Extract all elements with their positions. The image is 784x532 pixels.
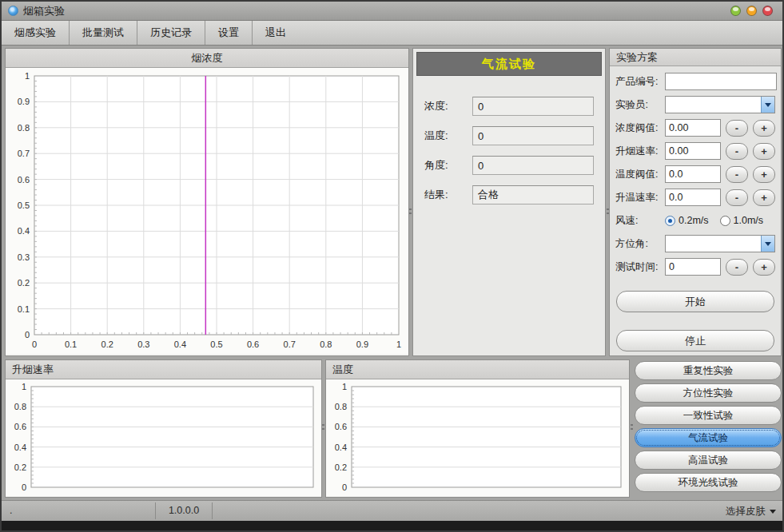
svg-text:0.5: 0.5 [210,339,222,349]
skin-selector[interactable]: 选择皮肤 [726,505,776,518]
concentration-threshold-minus-button[interactable]: - [726,120,748,137]
tester-combobox[interactable] [665,96,775,113]
angle-value: 0 [472,156,594,175]
stop-button[interactable]: 停止 [616,330,774,351]
temperature-rise-rate-input[interactable] [665,189,721,206]
smoke-rise-rate-input[interactable] [665,142,721,160]
svg-text:0: 0 [32,339,37,349]
smoke-concentration-chart-title: 烟浓度 [6,49,408,68]
menu-item-smoke-sense[interactable]: 烟感实验 [2,21,69,45]
concentration-threshold-row: 浓度阀值: - + [615,119,775,137]
app-window: 烟箱实验 烟感实验 批量测试 历史记录 设置 退出 烟浓度 00.10.20.3… [0,0,784,532]
svg-text:0: 0 [25,330,30,339]
svg-text:0.9: 0.9 [18,97,30,106]
svg-text:0.4: 0.4 [335,443,347,452]
test-button-ambient-light[interactable]: 环境光线试验 [635,473,782,492]
test-button-consistency[interactable]: 一致性试验 [635,406,782,425]
concentration-threshold-plus-button[interactable]: + [753,120,775,137]
temperature-rise-rate-label: 升温速率: [615,191,665,204]
svg-text:0.6: 0.6 [18,175,30,185]
svg-text:0.8: 0.8 [335,402,347,411]
temperature-chart-title: 温度 [326,360,629,379]
product-number-input[interactable] [665,73,777,90]
menu-item-history[interactable]: 历史记录 [137,21,205,45]
smoke-concentration-panel: 烟浓度 00.10.20.30.40.50.60.70.80.9100.10.2… [5,48,409,356]
chevron-down-icon[interactable] [761,97,774,113]
wind-speed-radio-10[interactable]: 1.0m/s [720,215,764,226]
splitter-handle[interactable] [606,208,610,215]
result-value: 合格 [472,185,594,204]
svg-text:0.4: 0.4 [174,339,186,349]
test-time-plus-button[interactable]: + [753,259,775,276]
splitter-handle[interactable] [408,208,412,215]
result-label: 结果: [424,188,472,202]
svg-text:0.2: 0.2 [101,339,113,349]
maximize-button[interactable] [746,6,757,16]
temperature-rise-rate-minus-button[interactable]: - [726,189,748,206]
temperature-rise-rate-plus-button[interactable]: + [753,189,775,206]
svg-text:0.6: 0.6 [335,422,347,431]
experiment-plan-panel: 实验方案 产品编号: 实验员: 浓度阀值: - + 升烟速率: [609,48,782,356]
angle-row: 角度: 0 [424,156,594,175]
azimuth-row: 方位角: [615,235,775,252]
temperature-threshold-input[interactable] [665,165,721,183]
chevron-down-icon[interactable] [761,236,774,252]
temperature-threshold-row: 温度阀值: - + [615,165,775,183]
test-time-minus-button[interactable]: - [726,259,748,276]
svg-text:0.6: 0.6 [14,422,26,431]
smoke-rise-rate-chart: 00.20.40.60.81 [6,379,321,496]
svg-text:1: 1 [396,339,401,349]
menu-item-batch-test[interactable]: 批量测试 [70,21,137,45]
svg-text:0.2: 0.2 [18,278,30,288]
svg-text:0.8: 0.8 [320,339,332,349]
smoke-concentration-chart: 00.10.20.30.40.50.60.70.80.9100.10.20.30… [6,68,408,354]
minimize-button[interactable] [730,6,741,16]
experiment-plan-title: 实验方案 [610,49,781,66]
window-controls [730,6,776,16]
wind-speed-option-label: 0.2m/s [679,215,709,226]
svg-text:0.9: 0.9 [356,339,368,349]
test-button-directionality[interactable]: 方位性实验 [635,383,782,403]
smoke-rise-rate-minus-button[interactable]: - [726,143,748,160]
svg-text:1: 1 [25,71,30,81]
test-button-airflow[interactable]: 气流试验 [635,428,782,447]
concentration-label: 浓度: [424,99,472,113]
window-title: 烟箱实验 [23,4,65,18]
svg-text:0.3: 0.3 [137,339,149,349]
test-button-repeatability[interactable]: 重复性实验 [635,361,782,380]
radio-icon [720,216,730,226]
svg-text:0.3: 0.3 [18,252,30,262]
splitter-handle[interactable] [321,423,325,431]
temperature-threshold-plus-button[interactable]: + [753,166,775,183]
tester-label: 实验员: [615,98,665,112]
svg-text:0: 0 [22,482,26,492]
test-button-high-temperature[interactable]: 高温试验 [635,451,782,470]
splitter-handle[interactable] [630,423,634,431]
temperature-rise-rate-row: 升温速率: - + [615,189,775,206]
azimuth-label: 方位角: [615,237,665,251]
svg-text:0: 0 [342,482,347,492]
test-time-input[interactable] [665,258,721,276]
statusbar: . 1.0.0.0 选择皮肤 [2,500,782,521]
wind-speed-label: 风速: [615,214,665,228]
radio-icon [665,216,675,226]
azimuth-combobox[interactable] [665,235,775,252]
close-button[interactable] [762,6,773,16]
smoke-rise-rate-plus-button[interactable]: + [753,143,775,160]
wind-speed-radio-02[interactable]: 0.2m/s [665,215,709,226]
smoke-rise-rate-chart-title: 升烟速率 [6,360,321,379]
menu-item-settings[interactable]: 设置 [205,21,252,45]
svg-text:0.7: 0.7 [284,339,296,349]
temperature-value: 0 [472,126,594,145]
menu-item-exit[interactable]: 退出 [253,21,299,45]
product-number-row: 产品编号: [615,73,775,90]
airflow-test-title-text: 气流试验 [482,57,536,72]
svg-text:0.1: 0.1 [18,304,30,314]
titlebar: 烟箱实验 [2,2,782,21]
start-button[interactable]: 开始 [616,291,774,312]
concentration-threshold-input[interactable] [665,119,721,137]
concentration-threshold-label: 浓度阀值: [615,121,665,135]
tester-combobox-value [666,97,761,113]
temperature-threshold-minus-button[interactable]: - [726,166,748,183]
temperature-panel: 温度 00.20.40.60.81 [325,359,630,498]
